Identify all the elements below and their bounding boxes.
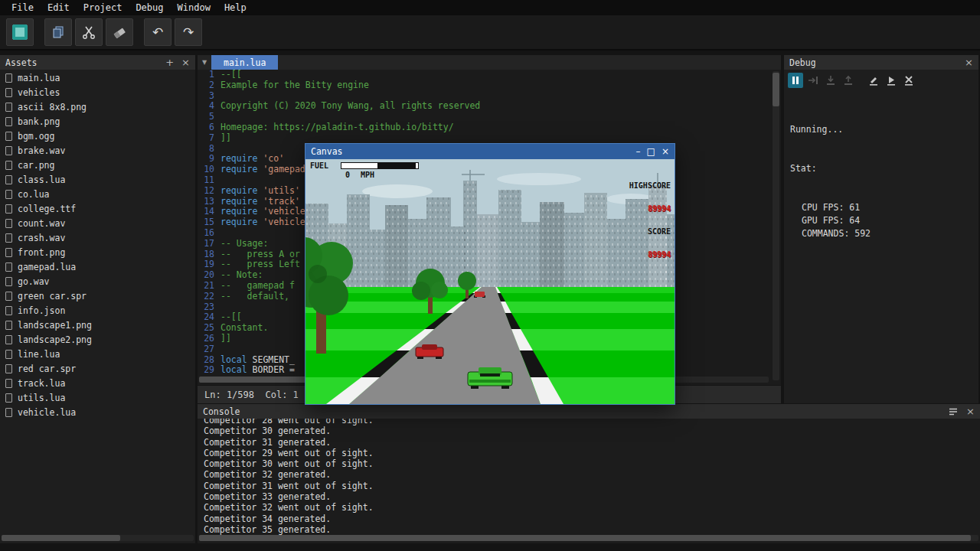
run-button[interactable] xyxy=(6,18,34,46)
enable-breakpoints-button[interactable] xyxy=(884,73,899,88)
asset-item[interactable]: vehicles xyxy=(0,85,195,99)
asset-item[interactable]: landscape2.png xyxy=(0,332,195,347)
tab-main-lua[interactable]: main.lua xyxy=(211,55,278,70)
asset-item[interactable]: landscape1.png xyxy=(0,318,195,332)
scrollbar-thumb[interactable] xyxy=(773,73,779,106)
console-line: Competitor 32 went out of sight. xyxy=(204,502,980,513)
add-asset-button[interactable]: + xyxy=(165,57,174,67)
assets-panel: Assets + × main.luavehiclesascii 8x8.png… xyxy=(0,55,195,543)
file-icon xyxy=(5,219,12,228)
menu-item-window[interactable]: Window xyxy=(171,1,217,15)
asset-item[interactable]: green car.spr xyxy=(0,289,195,303)
asset-item[interactable]: front.png xyxy=(0,245,195,259)
asset-item[interactable]: vehicle.lua xyxy=(0,405,195,419)
code-line[interactable]: 6Homepage: https://paladin-t.github.io/b… xyxy=(198,122,770,133)
asset-item[interactable]: count.wav xyxy=(0,216,195,230)
menu-item-file[interactable]: File xyxy=(5,1,41,15)
asset-label: gamepad.lua xyxy=(18,262,76,272)
asset-item[interactable]: bank.png xyxy=(0,114,195,129)
asset-item[interactable]: gamepad.lua xyxy=(0,259,195,274)
asset-item[interactable]: red car.spr xyxy=(0,361,195,376)
redo-button[interactable]: ↷ xyxy=(175,18,202,46)
code-line[interactable]: 7]] xyxy=(198,133,770,144)
menu-item-help[interactable]: Help xyxy=(217,1,253,15)
copy-button[interactable] xyxy=(44,18,72,46)
undo-button[interactable]: ↶ xyxy=(144,18,172,46)
asset-label: bgm.ogg xyxy=(18,131,54,142)
asset-label: line.lua xyxy=(18,349,60,360)
asset-item[interactable]: class.lua xyxy=(0,172,195,187)
asset-label: co.lua xyxy=(18,189,50,200)
file-icon xyxy=(5,379,12,388)
code-line[interactable]: 4Copyright (C) 2020 Tony Wang, all right… xyxy=(198,101,770,112)
game-viewport[interactable]: FUEL 0 MPH HIGHSCORE 89994 SCORE 89994 xyxy=(305,159,675,404)
paste-button[interactable] xyxy=(106,18,133,46)
highscore-label: HIGHSCORE xyxy=(629,182,671,190)
code-line[interactable]: 1--[[ xyxy=(198,70,770,80)
asset-item[interactable]: college.ttf xyxy=(0,201,195,216)
line-number: 19 xyxy=(198,259,220,270)
editor-vscrollbar[interactable] xyxy=(773,71,779,380)
asset-item[interactable]: utils.lua xyxy=(0,390,195,405)
asset-label: count.wav xyxy=(18,218,65,229)
speed-unit: MPH xyxy=(361,171,374,179)
close-debug-button[interactable]: × xyxy=(965,57,973,67)
code-line[interactable]: 5 xyxy=(198,112,770,122)
file-icon xyxy=(5,350,12,359)
scrollbar-thumb[interactable] xyxy=(2,535,120,541)
copy-icon xyxy=(51,24,66,40)
close-console-button[interactable]: × xyxy=(966,406,975,416)
console-line: Competitor 31 generated. xyxy=(204,437,980,448)
assets-hscrollbar[interactable] xyxy=(2,535,194,541)
asset-item[interactable]: bgm.ogg xyxy=(0,129,195,143)
console-line: Competitor 33 generated. xyxy=(204,491,980,502)
asset-item[interactable]: info.json xyxy=(0,303,195,318)
game-scene xyxy=(305,159,675,404)
menu-item-debug[interactable]: Debug xyxy=(129,1,170,15)
asset-label: utils.lua xyxy=(18,393,65,403)
asset-item[interactable]: crash.wav xyxy=(0,230,195,245)
canvas-window: Canvas – □ × xyxy=(305,143,675,405)
step-into-button[interactable] xyxy=(823,73,838,88)
file-icon xyxy=(5,161,12,170)
menu-item-project[interactable]: Project xyxy=(77,1,129,15)
line-number: 26 xyxy=(198,334,220,344)
asset-item[interactable]: brake.wav xyxy=(0,143,195,158)
asset-item[interactable]: line.lua xyxy=(0,347,195,361)
file-icon xyxy=(5,103,12,112)
code-line[interactable]: 2Example for the Bitty engine xyxy=(198,80,770,91)
score-label: SCORE xyxy=(629,228,671,236)
edit-breakpoints-button[interactable] xyxy=(866,73,881,88)
asset-item[interactable]: car.png xyxy=(0,158,195,172)
clear-breakpoints-button[interactable] xyxy=(901,73,916,88)
asset-item[interactable]: go.wav xyxy=(0,274,195,289)
asset-label: brake.wav xyxy=(18,145,65,156)
line-number: 23 xyxy=(198,302,220,313)
scrollbar-thumb[interactable] xyxy=(199,535,971,541)
debug-title: Debug xyxy=(789,57,816,68)
asset-item[interactable]: main.lua xyxy=(0,70,195,85)
line-number: 1 xyxy=(198,70,220,80)
cut-button[interactable] xyxy=(75,18,103,46)
asset-item[interactable]: track.lua xyxy=(0,376,195,390)
menu-item-edit[interactable]: Edit xyxy=(41,1,77,15)
asset-item[interactable]: co.lua xyxy=(0,187,195,201)
car-far xyxy=(474,292,485,298)
step-over-button[interactable] xyxy=(805,73,821,88)
tab-list-button[interactable]: ▼ xyxy=(198,55,211,70)
assets-list: main.luavehiclesascii 8x8.pngbank.pngbgm… xyxy=(0,70,195,534)
canvas-titlebar[interactable]: Canvas – □ × xyxy=(305,144,675,159)
file-icon xyxy=(5,306,12,315)
close-canvas-button[interactable]: × xyxy=(662,146,669,157)
close-assets-button[interactable]: × xyxy=(181,57,190,67)
asset-item[interactable]: ascii 8x8.png xyxy=(0,99,195,114)
pause-button[interactable] xyxy=(788,73,803,88)
console-hscrollbar[interactable] xyxy=(199,535,978,541)
step-out-button[interactable] xyxy=(841,73,856,88)
minimize-button[interactable]: – xyxy=(636,146,641,157)
console-options-button[interactable] xyxy=(948,406,959,417)
code-text: --[[ xyxy=(220,70,242,80)
code-line[interactable]: 3 xyxy=(198,91,770,102)
code-text: Copyright (C) 2020 Tony Wang, all rights… xyxy=(220,100,480,111)
maximize-button[interactable]: □ xyxy=(647,146,655,157)
